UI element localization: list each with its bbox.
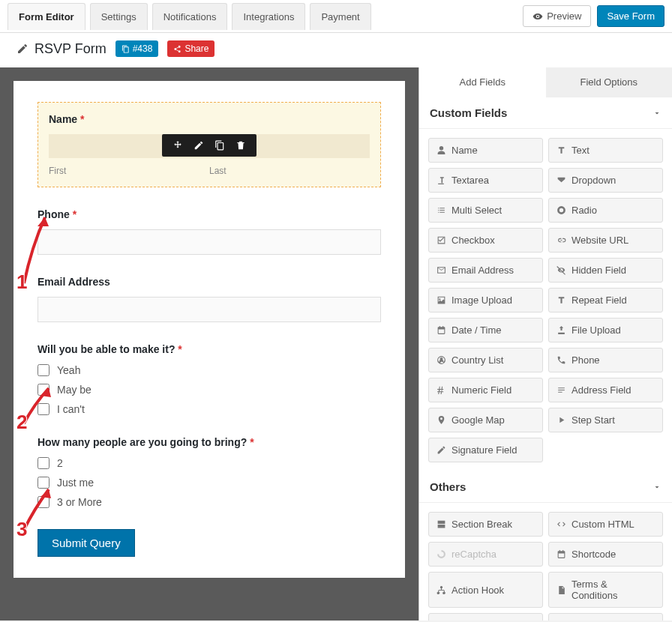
field-icon — [436, 145, 446, 155]
field-type-linear-scale[interactable]: Linear Scale — [548, 613, 663, 621]
section-others[interactable]: Others — [419, 471, 672, 503]
main-tabs: Form Editor Settings Notifications Integ… — [8, 3, 371, 30]
field-type-textarea[interactable]: Textarea — [428, 168, 543, 193]
attend-option-1[interactable]: May be — [38, 384, 381, 396]
field-type-recaptcha: reCaptcha — [428, 542, 543, 567]
field-icon — [436, 325, 446, 335]
preview-button[interactable]: Preview — [523, 5, 591, 27]
submit-button[interactable]: Submit Query — [38, 529, 135, 557]
field-type-text[interactable]: Text — [548, 138, 663, 163]
field-type-dropdown[interactable]: Dropdown — [548, 168, 663, 193]
chevron-down-icon — [652, 109, 662, 118]
field-icon — [436, 585, 446, 595]
field-type-email-address[interactable]: Email Address — [428, 258, 543, 283]
form-canvas: Name * First Last Phone * — [14, 81, 405, 578]
edit-icon[interactable] — [194, 140, 204, 151]
tab-add-fields[interactable]: Add Fields — [419, 67, 546, 97]
field-icon — [436, 549, 446, 559]
section-title: Others — [430, 480, 466, 493]
field-type-address-field[interactable]: Address Field — [548, 378, 663, 402]
field-type-country-list[interactable]: Country List — [428, 348, 543, 372]
tab-integrations[interactable]: Integrations — [232, 3, 305, 30]
field-type-hidden-field[interactable]: Hidden Field — [548, 258, 663, 283]
field-type-shortcode[interactable]: Shortcode — [548, 542, 663, 567]
phone-input[interactable] — [38, 229, 381, 255]
field-type-phone[interactable]: Phone — [548, 348, 663, 372]
field-type-section-break[interactable]: Section Break — [428, 512, 543, 537]
checkbox[interactable] — [38, 384, 50, 396]
save-form-button[interactable]: Save Form — [597, 5, 664, 27]
checkbox[interactable] — [38, 477, 50, 489]
field-icon — [556, 415, 566, 425]
field-type-custom-html[interactable]: Custom HTML — [548, 512, 663, 537]
email-input[interactable] — [38, 297, 381, 322]
attend-field-block[interactable]: Will you be able to make it? * Yeah May … — [38, 343, 381, 415]
right-panel: Add Fields Field Options Custom Fields N… — [418, 67, 672, 621]
field-type-action-hook[interactable]: Action Hook — [428, 572, 543, 608]
field-type-step-start[interactable]: Step Start — [548, 408, 663, 432]
form-title-text: RSVP Form — [34, 41, 106, 57]
field-icon — [436, 295, 446, 305]
form-canvas-panel: Name * First Last Phone * — [0, 67, 418, 621]
custom-fields-grid: NameTextTextareaDropdownMulti SelectRadi… — [419, 129, 672, 471]
eye-icon — [532, 11, 543, 22]
field-icon — [556, 235, 566, 245]
field-type-name[interactable]: Name — [428, 138, 543, 163]
tab-field-options[interactable]: Field Options — [546, 67, 673, 97]
title-row: RSVP Form #438 Share — [0, 33, 672, 67]
tab-payment[interactable]: Payment — [310, 3, 370, 30]
field-type-google-map[interactable]: Google Map — [428, 408, 543, 432]
checkbox[interactable] — [38, 457, 50, 469]
field-type-numeric-field[interactable]: Numeric Field — [428, 378, 543, 402]
field-icon — [556, 519, 566, 529]
email-field-block[interactable]: Email Address — [38, 276, 381, 322]
preview-label: Preview — [547, 10, 581, 22]
field-type-radio[interactable]: Radio — [548, 198, 663, 223]
share-button[interactable]: Share — [167, 40, 214, 57]
field-type-date-time[interactable]: Date / Time — [428, 318, 543, 342]
field-icon — [436, 175, 446, 185]
phone-field-block[interactable]: Phone * — [38, 208, 381, 255]
field-icon — [556, 145, 566, 155]
field-icon — [556, 549, 566, 559]
bring-option-0[interactable]: 2 — [38, 457, 381, 469]
attend-option-2[interactable]: I can't — [38, 403, 381, 415]
field-type-checkbox[interactable]: Checkbox — [428, 228, 543, 253]
field-icon — [556, 205, 566, 215]
form-id-badge[interactable]: #438 — [116, 40, 159, 57]
field-icon — [556, 295, 566, 305]
copy-icon — [122, 45, 130, 53]
duplicate-icon[interactable] — [214, 140, 225, 151]
tab-form-editor[interactable]: Form Editor — [8, 3, 86, 30]
field-type-image-upload[interactable]: Image Upload — [428, 288, 543, 312]
field-icon — [556, 265, 566, 275]
checkbox[interactable] — [38, 364, 50, 376]
field-icon — [436, 519, 446, 529]
field-type-website-url[interactable]: Website URL — [548, 228, 663, 253]
field-icon — [436, 355, 446, 365]
field-icon — [436, 385, 446, 395]
field-type-multi-select[interactable]: Multi Select — [428, 198, 543, 223]
email-label: Email Address — [38, 276, 381, 288]
field-icon — [556, 585, 566, 595]
checkbox[interactable] — [38, 496, 50, 508]
checkbox[interactable] — [38, 403, 50, 415]
move-icon[interactable] — [172, 140, 183, 151]
field-type-signature-field[interactable]: Signature Field — [428, 438, 543, 462]
field-type-ratings[interactable]: Ratings — [428, 613, 543, 621]
field-type-file-upload[interactable]: File Upload — [548, 318, 663, 342]
attend-option-0[interactable]: Yeah — [38, 364, 381, 376]
name-field-block[interactable]: Name * First Last — [38, 102, 381, 187]
share-icon — [173, 45, 182, 53]
tab-notifications[interactable]: Notifications — [152, 3, 228, 30]
tab-settings[interactable]: Settings — [90, 3, 148, 30]
section-custom-fields[interactable]: Custom Fields — [419, 97, 672, 129]
bring-option-2[interactable]: 3 or More — [38, 496, 381, 508]
other-fields-grid: Section BreakCustom HTMLreCaptchaShortco… — [419, 503, 672, 621]
trash-icon[interactable] — [236, 140, 246, 151]
field-type-repeat-field[interactable]: Repeat Field — [548, 288, 663, 312]
name-label: Name * — [49, 113, 370, 125]
field-type-terms-conditions[interactable]: Terms & Conditions — [548, 572, 663, 608]
bring-field-block[interactable]: How many people are you going to bring? … — [38, 436, 381, 508]
bring-option-1[interactable]: Just me — [38, 477, 381, 489]
